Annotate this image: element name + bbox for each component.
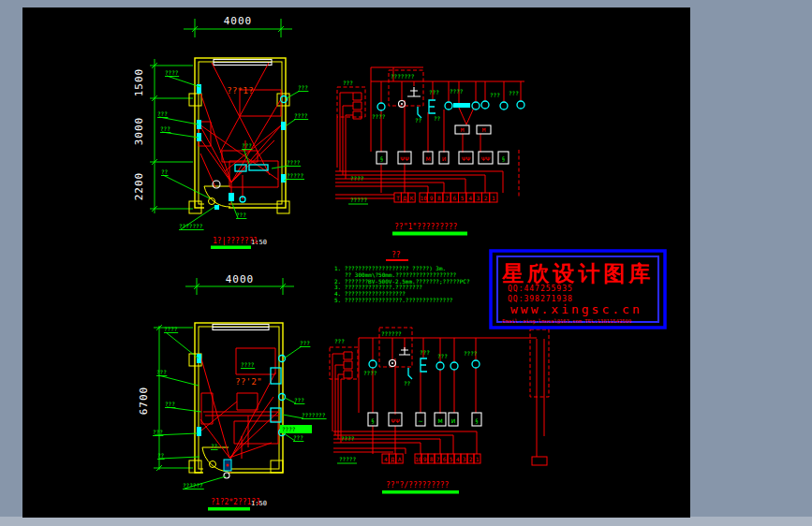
outlet-dot xyxy=(227,464,229,467)
schematic-label: ?? xyxy=(434,115,441,122)
dim-value-6700: 6700 xyxy=(138,387,150,416)
leader-label: ???? xyxy=(165,69,179,76)
schematic-label: ???? xyxy=(341,435,355,442)
terminal-number: A xyxy=(398,456,402,462)
component-glyph: M xyxy=(437,417,442,424)
terminal-number: 5 xyxy=(461,195,465,201)
terminal-number: 10 xyxy=(415,456,422,462)
lamp-dot xyxy=(391,362,393,364)
watermark-box: 星欣设计图库 QQ:447255935 QQ:398271938 www.xin… xyxy=(491,251,665,328)
schematic-label: ???? xyxy=(464,350,478,357)
component-glyph: И xyxy=(451,417,456,424)
switch-device xyxy=(281,174,286,183)
terminal-number: 8 xyxy=(430,456,434,462)
component-glyph: § xyxy=(380,155,383,162)
outlet-device xyxy=(229,193,234,201)
leader-label: ??? xyxy=(298,84,308,91)
leader-label: ?????? xyxy=(183,482,203,489)
caption-underline xyxy=(211,246,251,250)
component-glyph: M xyxy=(425,155,430,162)
notes-lines: 1. ??????????????????? ?????) 3m.?? 300m… xyxy=(334,265,470,303)
leader-label: ????? xyxy=(287,172,303,179)
watermark-qq1: QQ:447255935 xyxy=(508,285,573,293)
terminal-number: 1 xyxy=(492,195,495,201)
leader-label: ??? xyxy=(300,340,310,346)
leader-label: ??? xyxy=(157,110,168,117)
leader-label: ??? xyxy=(236,212,246,218)
terminal-number: 6 xyxy=(443,456,447,462)
terminal-number: 3 xyxy=(463,456,466,462)
terminal-number: 6 xyxy=(453,195,457,201)
component-glyph: ΨΨ xyxy=(481,155,491,162)
leader-label: ???? xyxy=(294,112,308,119)
schematic-label: ?? xyxy=(415,117,422,124)
dim-value-top: 4000 xyxy=(226,273,255,285)
leader-label: ???? xyxy=(241,361,255,368)
watermark-title: 星欣设计图库 xyxy=(501,261,654,285)
outlet-device xyxy=(214,205,219,210)
component-glyph: ΨΨ xyxy=(462,155,471,162)
schematic-label: ??? xyxy=(420,349,430,356)
schematic-label: ??? xyxy=(437,353,448,359)
schematic-label: ???? xyxy=(450,88,464,95)
leader-label: ??? xyxy=(156,369,167,375)
terminal-number: 8 xyxy=(437,195,441,201)
terminal-number: 9 xyxy=(430,195,434,201)
terminal-number: 2 xyxy=(484,195,488,201)
cad-viewer: 4000 1500 3000 2200 xyxy=(0,0,812,526)
viewer-frame-bottom xyxy=(0,517,812,526)
leader-label: ??? xyxy=(242,142,252,149)
terminal-number: 3 xyxy=(476,195,480,201)
motor-label: M xyxy=(461,126,465,133)
leader-label: ???? xyxy=(164,326,178,332)
leader-label: ???? xyxy=(287,159,301,166)
fluorescent-lamp-symbol xyxy=(453,103,470,108)
leader-label: ??????? xyxy=(302,412,326,418)
leader-label: ??? xyxy=(165,401,175,407)
motor-label: M xyxy=(482,126,486,133)
leader-label: ?? xyxy=(211,443,218,449)
terminal-number: Д xyxy=(391,456,394,462)
schematic-label: ????? xyxy=(350,197,367,203)
terminal-number: 5 xyxy=(450,456,453,462)
schematic-label: ???? xyxy=(350,175,364,182)
dim-value-top: 4000 xyxy=(224,15,253,27)
schematic-label: ????? xyxy=(339,456,356,462)
leader-label: ??? xyxy=(293,434,303,441)
dim-value-1500: 1500 xyxy=(133,68,145,97)
sch2-caption: ??"?/????????? xyxy=(382,481,459,494)
room-label: ??*1? xyxy=(227,85,254,95)
component-glyph: ΨΨ xyxy=(400,155,409,162)
schematic-label: ??? xyxy=(334,338,345,344)
schematic-label: ??? xyxy=(343,80,353,86)
component-glyph: ~ xyxy=(418,417,422,424)
terminal-number: T xyxy=(396,195,400,201)
leader-label: ?? xyxy=(157,452,165,459)
watermark-contact: Email：xing-lmucal@163.com TEL:1381154250… xyxy=(502,318,631,325)
terminal-number: 7 xyxy=(436,456,440,462)
note-line: 5. ?????????????????.?????????????? xyxy=(334,297,453,303)
lamp-dot xyxy=(401,103,403,105)
sch1-caption: ??"1"????????? xyxy=(392,223,467,236)
terminal-number: 4 xyxy=(468,195,472,201)
leader-label: ?? xyxy=(161,168,169,175)
terminal-number: K xyxy=(410,195,414,201)
terminal-number: 9 xyxy=(423,456,427,462)
highlight-label: ???? xyxy=(282,426,296,432)
component-glyph: § xyxy=(502,155,505,162)
notes-title: ?? xyxy=(391,251,401,259)
schematic-label: ???? xyxy=(372,113,386,120)
leader-label: ??? xyxy=(153,429,163,435)
leader-label: ??? xyxy=(160,125,170,132)
schematic-label: ?? xyxy=(404,380,411,387)
schematic-label: ??? xyxy=(429,89,439,95)
caption-scale: 1:50 xyxy=(251,500,267,507)
terminal-number: 2 xyxy=(469,456,473,462)
terminal-number: 4 xyxy=(456,456,460,462)
caption-underline xyxy=(392,232,467,236)
component-glyph: § xyxy=(476,417,479,424)
terminal-number: 1 xyxy=(476,456,480,462)
schematic-label: ??? xyxy=(490,92,500,98)
watermark-site: www.xingsc.cn xyxy=(510,302,642,316)
terminal-number: 10 xyxy=(421,195,428,201)
